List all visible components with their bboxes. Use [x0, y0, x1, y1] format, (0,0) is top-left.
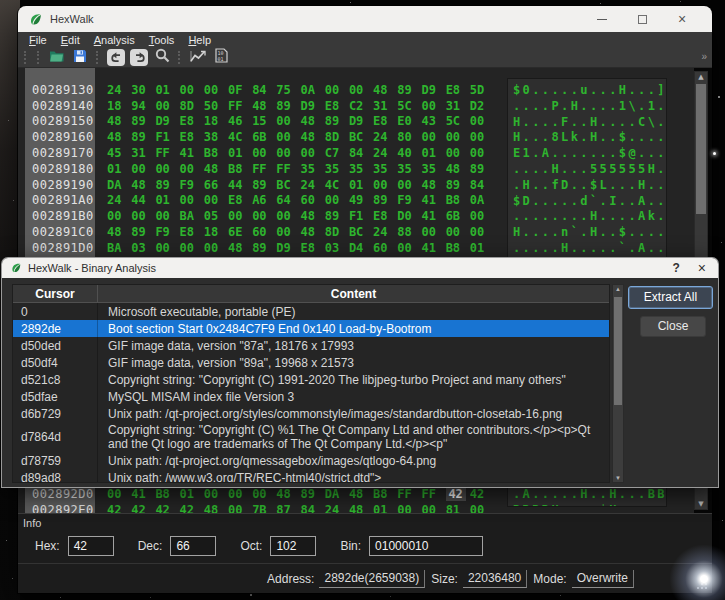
ascii-text[interactable]: H....F..H....C\.: [513, 115, 666, 131]
ascii-text[interactable]: ....P.H....1\.1.: [513, 99, 666, 115]
hex-byte[interactable]: D9: [301, 99, 325, 113]
hex-byte[interactable]: 00: [180, 193, 204, 207]
hex-byte[interactable]: 89: [155, 178, 179, 192]
analysis-row[interactable]: d7864dCopyright string: "Copyright (C) %…: [13, 422, 609, 452]
table-scrollbar-thumb[interactable]: [614, 297, 622, 405]
hex-byte[interactable]: 00: [446, 225, 470, 239]
hex-byte[interactable]: 00: [107, 209, 131, 223]
analysis-row[interactable]: d5dfaeMySQL MISAM index file Version 3: [13, 388, 609, 405]
hex-byte[interactable]: 64: [276, 193, 300, 207]
hex-byte[interactable]: 89: [131, 114, 155, 128]
hex-byte[interactable]: 15: [252, 114, 276, 128]
hex-byte[interactable]: 48: [276, 487, 300, 501]
hex-byte[interactable]: 18: [107, 99, 131, 113]
hex-byte[interactable]: 48: [446, 162, 470, 176]
hex-byte[interactable]: 00: [228, 487, 252, 501]
hex-byte[interactable]: 00: [180, 241, 204, 255]
hex-byte[interactable]: E8: [373, 209, 397, 223]
hex-byte[interactable]: C2: [349, 99, 373, 113]
hex-byte[interactable]: 44: [228, 178, 252, 192]
hex-byte[interactable]: F9: [180, 178, 204, 192]
hex-byte[interactable]: 48: [204, 162, 228, 176]
hex-byte[interactable]: B8: [373, 487, 397, 501]
hex-byte[interactable]: E8: [180, 130, 204, 144]
hex-byte[interactable]: 00: [276, 146, 300, 160]
hex-byte[interactable]: 8D: [180, 99, 204, 113]
hex-byte[interactable]: 6B: [446, 209, 470, 223]
hex-byte[interactable]: 84: [349, 146, 373, 160]
hex-byte[interactable]: A6: [252, 193, 276, 207]
hex-byte[interactable]: 00: [276, 130, 300, 144]
hex-byte[interactable]: 00: [373, 178, 397, 192]
hex-byte[interactable]: 48: [228, 241, 252, 255]
ascii-text[interactable]: ....H...555555H.: [513, 162, 666, 178]
hex-byte[interactable]: 24: [373, 225, 397, 239]
hex-byte[interactable]: 48: [373, 83, 397, 97]
hex-byte[interactable]: 00: [470, 503, 494, 513]
hex-byte[interactable]: 0F: [228, 83, 252, 97]
hex-byte[interactable]: 35: [325, 162, 349, 176]
hex-byte[interactable]: 84: [470, 178, 494, 192]
hex-byte[interactable]: 00: [204, 193, 228, 207]
hex-byte[interactable]: 00: [204, 487, 228, 501]
hex-byte[interactable]: 00: [470, 130, 494, 144]
ascii-text[interactable]: E1.A.......$@...: [513, 146, 666, 162]
hex-byte[interactable]: 35: [373, 162, 397, 176]
hex-byte[interactable]: 48: [421, 178, 445, 192]
hex-byte[interactable]: 48: [301, 225, 325, 239]
hex-byte[interactable]: 01: [373, 503, 397, 513]
hex-byte[interactable]: 24: [325, 503, 349, 513]
menu-item-file[interactable]: File: [22, 34, 54, 46]
ascii-text[interactable]: ........H....Ak.: [513, 209, 666, 225]
analysis-row[interactable]: d50dedGIF image data, version "87a", 181…: [13, 337, 609, 354]
hex-byte[interactable]: 89: [397, 83, 421, 97]
hex-byte[interactable]: 01: [155, 83, 179, 97]
close-button[interactable]: ×: [662, 7, 702, 31]
hex-byte[interactable]: FF: [155, 146, 179, 160]
hex-byte[interactable]: 41: [180, 146, 204, 160]
ascii-text[interactable]: .H..fD..$L...H..: [513, 178, 666, 194]
ascii-text[interactable]: $0.....u...H...]: [513, 83, 666, 99]
info-field-input[interactable]: 66: [170, 536, 216, 556]
hex-byte[interactable]: 89: [446, 178, 470, 192]
hex-byte[interactable]: 89: [301, 487, 325, 501]
hex-byte[interactable]: D9: [276, 241, 300, 255]
hex-byte[interactable]: 48: [349, 503, 373, 513]
hex-byte[interactable]: F1: [155, 130, 179, 144]
analysis-row[interactable]: d521c8Copyright string: "Copyright (C) 1…: [13, 371, 609, 388]
hex-byte[interactable]: 00: [228, 209, 252, 223]
hex-byte[interactable]: 45: [107, 146, 131, 160]
hex-byte[interactable]: 80: [397, 130, 421, 144]
menu-item-help[interactable]: Help: [181, 34, 218, 46]
extract-all-button[interactable]: Extract All: [628, 286, 713, 309]
toolbar-grip[interactable]: [37, 51, 41, 64]
hex-byte[interactable]: B8: [446, 193, 470, 207]
hex-byte[interactable]: E8: [301, 241, 325, 255]
hex-byte[interactable]: D0: [397, 209, 421, 223]
menu-item-analysis[interactable]: Analysis: [87, 34, 142, 46]
hex-byte[interactable]: 00: [421, 503, 445, 513]
hex-byte[interactable]: 31: [446, 99, 470, 113]
hex-byte[interactable]: BC: [276, 178, 300, 192]
hex-byte[interactable]: 00: [204, 83, 228, 97]
hex-byte[interactable]: F1: [349, 209, 373, 223]
hex-byte[interactable]: 31: [131, 146, 155, 160]
hex-byte[interactable]: 00: [421, 225, 445, 239]
hex-byte[interactable]: B8: [228, 162, 252, 176]
hex-byte[interactable]: FF: [276, 162, 300, 176]
hex-byte[interactable]: 41: [131, 487, 155, 501]
hex-byte[interactable]: D9: [421, 83, 445, 97]
hex-byte[interactable]: B8: [204, 146, 228, 160]
hex-byte[interactable]: 00: [180, 83, 204, 97]
ascii-text[interactable]: H....n`.H..$....: [513, 225, 666, 241]
hex-byte[interactable]: 88: [397, 225, 421, 239]
hex-byte[interactable]: 84: [252, 83, 276, 97]
hex-byte[interactable]: 35: [301, 162, 325, 176]
hex-byte[interactable]: 00: [276, 209, 300, 223]
hex-byte[interactable]: 41: [421, 241, 445, 255]
analysis-row[interactable]: d78759Unix path: /qt-project.org/qmessag…: [13, 452, 609, 469]
hex-byte[interactable]: 48: [301, 130, 325, 144]
hex-byte[interactable]: E8: [325, 99, 349, 113]
column-header-cursor[interactable]: Cursor: [13, 285, 98, 302]
hex-byte[interactable]: 00: [228, 503, 252, 513]
